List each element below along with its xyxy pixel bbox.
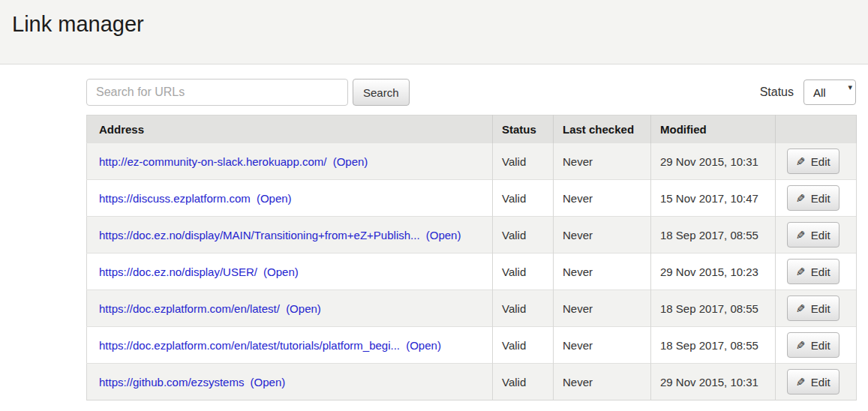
search-input[interactable]: [86, 79, 348, 106]
pencil-icon: ✎: [796, 230, 806, 241]
toolbar: Search Status All ▾: [86, 79, 856, 106]
last-checked-cell: Never: [554, 364, 651, 400]
edit-button[interactable]: ✎ Edit: [787, 369, 839, 394]
url-link[interactable]: http://ez-community-on-slack.herokuapp.c…: [99, 155, 326, 168]
last-checked-cell: Never: [554, 180, 651, 217]
actions-cell: ✎ Edit: [776, 364, 857, 400]
modified-cell: 18 Sep 2017, 08:55: [651, 327, 776, 364]
modified-cell: 15 Nov 2017, 10:47: [651, 180, 776, 217]
status-cell: Valid: [493, 364, 554, 400]
actions-cell: ✎ Edit: [776, 217, 857, 254]
last-checked-cell: Never: [554, 290, 651, 327]
column-header-actions: [776, 116, 857, 143]
table-row: https://doc.ezplatform.com/en/latest/ (O…: [87, 290, 857, 327]
open-link[interactable]: (Open): [251, 376, 286, 388]
open-link[interactable]: (Open): [333, 155, 368, 168]
column-header-status: Status: [493, 116, 554, 143]
table-row: https://discuss.ezplatform.com (Open) Va…: [87, 180, 857, 217]
modified-cell: 29 Nov 2015, 10:31: [651, 143, 776, 180]
modified-cell: 29 Nov 2015, 10:23: [651, 254, 776, 290]
table-row: https://doc.ez.no/display/MAIN/Transitio…: [87, 217, 857, 254]
address-cell: https://doc.ezplatform.com/en/latest/ (O…: [87, 290, 493, 327]
open-link[interactable]: (Open): [263, 266, 299, 278]
modified-cell: 18 Sep 2017, 08:55: [651, 217, 776, 254]
open-link[interactable]: (Open): [286, 302, 321, 315]
search-button[interactable]: Search: [353, 79, 410, 106]
open-link[interactable]: (Open): [406, 339, 441, 352]
table-row: http://ez-community-on-slack.herokuapp.c…: [87, 143, 857, 180]
edit-button[interactable]: ✎ Edit: [787, 222, 839, 248]
url-table-body: http://ez-community-on-slack.herokuapp.c…: [87, 143, 857, 400]
url-link[interactable]: https://doc.ez.no/display/USER/: [99, 266, 257, 278]
address-cell: https://discuss.ezplatform.com (Open): [87, 180, 493, 217]
pencil-icon: ✎: [796, 303, 806, 314]
column-header-modified: Modified: [651, 116, 776, 143]
edit-button-label: Edit: [811, 302, 830, 315]
open-link[interactable]: (Open): [426, 229, 461, 242]
pencil-icon: ✎: [796, 376, 806, 388]
address-cell: https://doc.ez.no/display/USER/ (Open): [87, 254, 493, 290]
address-cell: http://ez-community-on-slack.herokuapp.c…: [87, 143, 493, 180]
pencil-icon: ✎: [796, 156, 806, 167]
address-cell: https://doc.ezplatform.com/en/latest/tut…: [87, 327, 493, 364]
edit-button[interactable]: ✎ Edit: [787, 185, 839, 211]
status-filter-select[interactable]: All: [803, 80, 856, 105]
actions-cell: ✎ Edit: [776, 327, 857, 364]
url-table-header: Address Status Last checked Modified: [87, 116, 857, 143]
modified-cell: 18 Sep 2017, 08:55: [651, 290, 776, 327]
open-link[interactable]: (Open): [257, 192, 292, 205]
url-link[interactable]: https://discuss.ezplatform.com: [99, 192, 251, 205]
page-header: Link manager: [0, 0, 868, 64]
status-cell: Valid: [493, 254, 554, 290]
table-row: https://doc.ez.no/display/USER/ (Open) V…: [87, 254, 857, 290]
last-checked-cell: Never: [554, 254, 651, 290]
modified-cell: 29 Nov 2015, 10:31: [651, 364, 776, 400]
pencil-icon: ✎: [796, 340, 806, 351]
edit-button-label: Edit: [811, 266, 830, 278]
page-title: Link manager: [0, 0, 868, 37]
edit-button-label: Edit: [811, 229, 830, 242]
edit-button[interactable]: ✎ Edit: [787, 259, 839, 284]
edit-button[interactable]: ✎ Edit: [787, 148, 839, 174]
address-cell: https://github.com/ezsystems (Open): [87, 364, 493, 400]
column-header-last-checked: Last checked: [554, 116, 651, 143]
status-filter: Status All ▾: [760, 80, 856, 105]
edit-button-label: Edit: [811, 339, 830, 352]
edit-button-label: Edit: [811, 155, 830, 168]
url-link[interactable]: https://doc.ezplatform.com/en/latest/tut…: [99, 339, 400, 352]
url-table: Address Status Last checked Modified htt…: [86, 115, 857, 400]
pencil-icon: ✎: [796, 193, 806, 204]
address-cell: https://doc.ez.no/display/MAIN/Transitio…: [87, 217, 493, 254]
status-cell: Valid: [493, 217, 554, 254]
last-checked-cell: Never: [554, 143, 651, 180]
table-row: https://github.com/ezsystems (Open) Vali…: [87, 364, 857, 400]
link-manager-content: Search Status All ▾ Address Status Last …: [86, 79, 856, 400]
actions-cell: ✎ Edit: [776, 290, 857, 327]
column-header-address: Address: [87, 116, 493, 143]
actions-cell: ✎ Edit: [776, 254, 857, 290]
edit-button-label: Edit: [811, 192, 830, 205]
edit-button[interactable]: ✎ Edit: [787, 332, 839, 358]
url-link[interactable]: https://doc.ez.no/display/MAIN/Transitio…: [99, 229, 420, 242]
pencil-icon: ✎: [796, 266, 806, 278]
status-cell: Valid: [493, 180, 554, 217]
url-link[interactable]: https://github.com/ezsystems: [99, 376, 244, 388]
edit-button[interactable]: ✎ Edit: [787, 296, 839, 321]
last-checked-cell: Never: [554, 217, 651, 254]
status-cell: Valid: [493, 327, 554, 364]
status-cell: Valid: [493, 143, 554, 180]
actions-cell: ✎ Edit: [776, 180, 857, 217]
status-cell: Valid: [493, 290, 554, 327]
url-link[interactable]: https://doc.ezplatform.com/en/latest/: [99, 302, 280, 315]
edit-button-label: Edit: [811, 376, 830, 388]
last-checked-cell: Never: [554, 327, 651, 364]
actions-cell: ✎ Edit: [776, 143, 857, 180]
table-row: https://doc.ezplatform.com/en/latest/tut…: [87, 327, 857, 364]
status-filter-label: Status: [760, 86, 794, 99]
